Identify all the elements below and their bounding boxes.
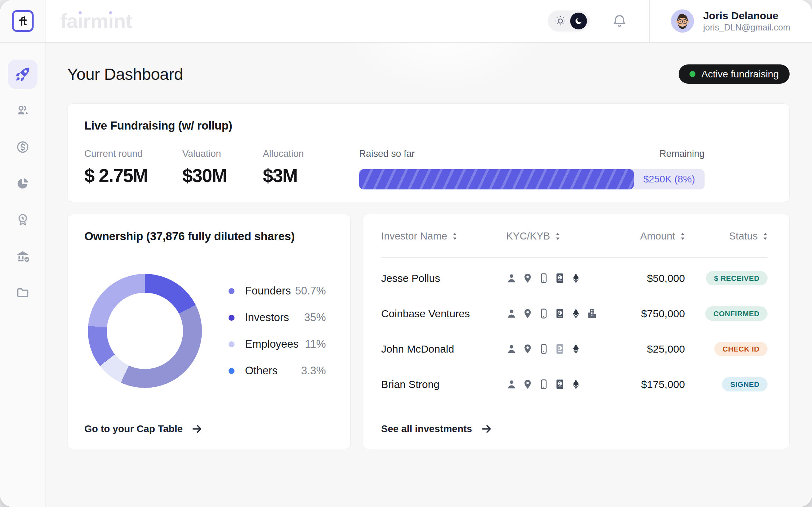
passport-muted-icon [554,343,565,354]
legend-item-founders: Founders 50.7% [229,283,326,299]
sun-icon[interactable] [554,15,567,27]
investor-row[interactable]: Coinbase Ventures $750,000 CONFIRMED [381,296,768,331]
folder-icon [16,286,30,300]
person-icon [506,379,517,390]
stat-label: Allocation [263,148,359,159]
status-badge-confirmed: CONFIRMED [705,306,768,321]
sort-icon[interactable] [555,232,560,240]
person-icon [506,273,517,284]
investor-row[interactable]: Jesse Pollus $50,000 $ RECEIVED [381,261,768,296]
phone-icon [538,343,549,354]
logo-i-dot [79,11,82,14]
sort-icon[interactable] [680,232,685,240]
progress-fill [359,169,634,189]
passport-icon [554,308,565,319]
pie-chart-icon [16,177,29,190]
legend-label: Others [245,364,278,377]
kyc-icons [506,273,597,284]
fairmint-logo-icon [12,10,34,32]
logo-cell[interactable] [0,0,46,42]
sidebar-item-banking[interactable] [8,242,37,271]
investor-name: Jesse Pollus [381,272,506,284]
investor-row[interactable]: Brian Strong $175,000 SIGNED [381,367,768,402]
moon-icon[interactable] [570,13,587,29]
legend-percent: 3.3% [301,364,326,377]
stat-label: Valuation [182,148,263,159]
status-dot [690,71,695,77]
column-header-kyc[interactable]: KYC/KYB [506,230,597,242]
legend-percent: 35% [304,311,326,324]
legend-item-employees: Employees 11% [229,336,326,352]
stat-value: $ 2.75M [84,165,182,186]
investment-amount: $25,000 [597,343,685,355]
cap-table-link[interactable]: Go to your Cap Table [84,423,203,435]
legend-dot [229,288,234,294]
investor-name: John McDonald [381,343,506,355]
person-icon [506,308,517,319]
topbar-actions: Joris Delanoue joris_DLN@gmail.com [548,0,812,42]
main-content: Your Dashboard Active fundraising Live F… [46,43,812,507]
building-icon [587,308,597,319]
theme-toggle[interactable] [548,11,590,32]
stat-label: Current round [84,148,182,159]
raised-so-far-label: Raised so far [359,148,415,159]
dollar-icon [16,140,29,154]
sort-icon[interactable] [763,232,768,240]
sidebar-item-cap-table[interactable] [8,169,37,198]
legend-label: Founders [245,285,291,297]
rocket-icon [15,66,31,82]
remaining-value: $250K (8%) [634,169,705,189]
stat-value: $30M [182,165,263,186]
sort-icon[interactable] [453,232,457,240]
sidebar-item-dashboard[interactable] [8,60,37,89]
ownership-card: Ownership (37,876 fully diluted shares) … [67,214,351,449]
pin-icon [522,273,533,284]
investors-table-header: Investor Name KYC/KYB Amount Status [381,230,768,242]
sidebar-item-rewards[interactable] [8,205,37,235]
status-badge-signed: SIGNED [722,377,768,391]
stat-valuation: Valuation $30M [182,148,263,189]
eth-icon [570,308,581,319]
top-bar: faırmınt [0,0,812,43]
progress-bar: $250K (8%) [359,169,705,189]
sidebar-item-investors[interactable] [8,96,37,125]
table-divider [381,257,768,258]
legend-dot [229,341,234,347]
legend-dot [229,315,234,321]
investment-amount: $750,000 [597,308,685,320]
pin-icon [522,379,533,390]
users-icon [16,104,29,117]
page-title: Your Dashboard [67,64,183,84]
see-all-investments-link[interactable]: See all investments [381,423,492,435]
remaining-label: Remaining [659,148,705,159]
phone-icon [538,273,549,284]
ownership-title: Ownership (37,876 fully diluted shares) [84,230,334,243]
app-window: faırmınt [0,0,812,507]
sidebar-item-fundraising[interactable] [8,132,37,162]
status-badge-received: $ RECEIVED [706,271,768,285]
logo-i-dot [109,11,112,14]
legend-percent: 11% [305,338,326,350]
arrow-right-icon [191,423,203,435]
investor-name: Coinbase Ventures [381,308,506,320]
stat-allocation: Allocation $3M [263,148,359,189]
raised-progress: Raised so far Remaining $250K (8%) [359,148,705,189]
column-header-amount[interactable]: Amount [597,230,685,242]
stat-current-round: Current round $ 2.75M [84,148,182,189]
logo-letter-i: ı [108,11,113,31]
investors-table-body: Jesse Pollus $50,000 $ RECEIVED Coinbase… [381,261,768,402]
donut-legend: Founders 50.7% Investors 35% Employees 1… [229,283,326,379]
column-header-name[interactable]: Investor Name [381,230,506,242]
column-header-status[interactable]: Status [685,230,768,242]
kyc-icons [506,343,597,354]
investor-row[interactable]: John McDonald $25,000 CHECK ID [381,331,768,367]
investors-card: Investor Name KYC/KYB Amount Status Jess… [363,214,790,449]
stat-value: $3M [263,165,359,186]
user-menu[interactable]: Joris Delanoue joris_DLN@gmail.com [671,9,790,33]
phone-icon [538,308,549,319]
active-fundraising-badge[interactable]: Active fundraising [679,64,790,84]
donut-hole [107,293,183,369]
notifications-button[interactable] [612,14,627,28]
sidebar-item-documents[interactable] [8,278,37,307]
logo-letter-i: ı [78,11,83,31]
